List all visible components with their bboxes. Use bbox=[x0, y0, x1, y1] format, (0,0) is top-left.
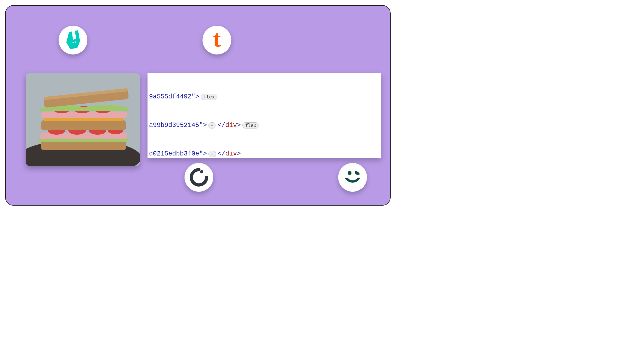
svg-point-3 bbox=[348, 171, 352, 175]
code-line-3: d0215edbb3f0e"> ⋯ </div> bbox=[148, 149, 381, 158]
deliveroo-logo-badge bbox=[59, 26, 87, 54]
talabat-icon: t bbox=[213, 27, 221, 50]
svg-rect-12 bbox=[41, 120, 126, 130]
product-photo-sandwich bbox=[26, 73, 140, 166]
svg-rect-13 bbox=[44, 118, 123, 121]
expand-ellipsis-button[interactable]: ⋯ bbox=[208, 122, 216, 128]
svg-point-1 bbox=[75, 41, 76, 43]
expand-ellipsis-button[interactable]: ⋯ bbox=[208, 151, 216, 157]
careem-logo-badge bbox=[338, 163, 367, 192]
devtools-elements-snippet: 9a555df4492"> flex a99b9d3952145"> ⋯ </d… bbox=[148, 73, 381, 158]
code-line-1: 9a555df4492"> flex bbox=[148, 92, 381, 102]
open-circle-logo-badge bbox=[185, 163, 213, 192]
code-line-2: a99b9d3952145"> ⋯ </div> flex bbox=[148, 121, 381, 130]
open-circle-icon bbox=[189, 167, 209, 187]
svg-point-0 bbox=[72, 42, 74, 43]
flex-badge[interactable]: flex bbox=[201, 94, 217, 100]
flex-badge[interactable]: flex bbox=[242, 122, 259, 128]
talabat-logo-badge: t bbox=[203, 26, 231, 54]
svg-point-2 bbox=[200, 170, 203, 173]
deliveroo-icon bbox=[63, 30, 83, 50]
careem-smile-icon bbox=[342, 167, 363, 188]
promo-card: t bbox=[5, 5, 391, 206]
